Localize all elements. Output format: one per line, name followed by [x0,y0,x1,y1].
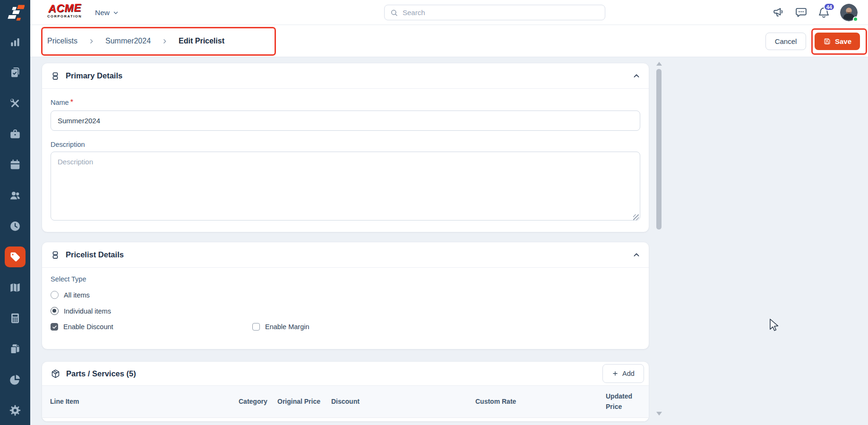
required-asterisk: * [70,98,73,106]
chevron-up-icon [633,251,640,259]
radio-all-items-label: All items [64,291,90,299]
sidebar-item-schedule[interactable] [5,154,26,175]
sidebar-item-parts-tools[interactable] [5,93,26,114]
briefcase-icon [9,128,21,140]
topbar: ACME CORPORATION New 44 [30,0,868,25]
checkbox-enable-discount[interactable]: Enable Discount [51,323,252,331]
calculator-icon [9,312,21,324]
users-icon [9,189,21,202]
collapse-pricelist-details[interactable] [633,251,640,259]
messages-button[interactable] [795,6,808,19]
column-discount: Discount [331,397,475,407]
radio-individual-items[interactable]: Individual items [51,307,640,315]
name-field[interactable] [51,110,640,131]
sidebar-item-pricelists[interactable] [5,246,26,267]
sidebar-item-territories[interactable] [5,277,26,298]
plus-icon [612,370,619,377]
notification-badge: 44 [824,3,835,11]
checkbox-enable-margin[interactable]: Enable Margin [252,323,309,331]
new-dropdown[interactable]: New [95,0,119,25]
tools-icon [9,97,21,110]
add-line-item-button[interactable]: Add [602,364,644,383]
chevron-right-icon [88,38,95,44]
parts-table-header: Line Item Category Original Price Discou… [42,386,649,418]
pie-chart-icon [9,374,21,386]
column-updated-price: Updated Price [606,391,649,412]
breadcrumb-pricelists[interactable]: Pricelists [47,37,77,45]
calendar-icon [9,159,21,171]
sidebar-item-reports[interactable] [5,369,26,390]
primary-details-header: Primary Details [42,63,649,89]
primary-details-body: Name* Description [42,98,649,222]
page-action-bar: Pricelists Summer2024 Edit Pricelist Can… [30,25,868,57]
scrollbar-up-arrow[interactable] [656,62,662,66]
sidebar [0,0,30,425]
sidebar-item-settings[interactable] [5,400,26,421]
new-dropdown-label: New [95,8,110,17]
bar-chart-icon [9,36,21,48]
parts-services-title: Parts / Services (5) [66,369,136,378]
clock-icon [9,220,21,232]
breadcrumb-edit-pricelist: Edit Pricelist [179,37,224,45]
save-button[interactable]: Save [815,33,860,50]
rows-icon [51,71,60,81]
scrollbar-thumb[interactable] [656,69,662,230]
package-box-icon [51,369,60,379]
sidebar-item-customers[interactable] [5,124,26,144]
sidebar-item-teams[interactable] [5,185,26,206]
search-input[interactable] [403,8,600,17]
scrollbar-down-arrow[interactable] [656,412,662,416]
select-type-label: Select Type [51,275,640,283]
cancel-button-label: Cancel [775,37,797,45]
tag-icon [9,251,21,263]
announcements-button[interactable] [772,6,785,19]
rows-icon [51,250,60,260]
org-logo: ACME CORPORATION [47,3,82,18]
breadcrumb-summer2024[interactable]: Summer2024 [105,37,151,45]
primary-details-card: Primary Details Name* Description [42,63,649,232]
chevron-right-icon [162,38,168,44]
column-category: Category [239,397,277,407]
radio-circle [51,291,59,299]
sidebar-nav [0,25,30,425]
search-icon [390,8,398,17]
org-logo-text: ACME [48,2,81,14]
description-label: Description [51,141,85,148]
save-floppy-icon [823,37,831,45]
app-logo [0,0,30,25]
zig-logo-icon [6,4,25,21]
sidebar-item-jobs[interactable] [5,62,26,83]
add-button-label: Add [622,370,635,377]
radio-circle-checked [51,307,59,315]
sidebar-item-estimates[interactable] [5,308,26,329]
description-field[interactable] [51,152,640,221]
radio-all-items[interactable]: All items [51,291,640,299]
sidebar-item-analytics[interactable] [5,32,26,52]
sidebar-item-invoices[interactable] [5,339,26,359]
checkbox-unchecked [252,323,260,331]
notifications-button[interactable]: 44 [817,6,830,19]
pricelist-details-body: Select Type All items Individual items E… [42,275,649,331]
parts-services-header: Parts / Services (5) Add [42,362,649,386]
sidebar-item-timesheets[interactable] [5,216,26,237]
pricelist-details-header: Pricelist Details [42,242,649,268]
enable-discount-label: Enable Discount [63,323,113,331]
chevron-up-icon [633,72,640,80]
radio-individual-items-label: Individual items [64,307,111,315]
mouse-cursor [768,318,780,332]
parts-services-card: Parts / Services (5) Add Line Item Categ… [42,361,649,422]
topbar-icons: 44 [772,0,858,25]
name-label: Name [51,99,69,106]
clipboard-check-icon [9,67,21,79]
primary-details-title: Primary Details [66,71,122,80]
enable-margin-label: Enable Margin [265,323,309,331]
check-icon [52,324,57,330]
user-avatar[interactable] [840,4,858,21]
pricelist-details-card: Pricelist Details Select Type All items … [42,242,649,349]
collapse-primary-details[interactable] [633,72,640,80]
cancel-button[interactable]: Cancel [765,33,806,50]
chevron-down-icon [113,10,119,16]
table-row [42,418,649,422]
pricelist-details-title: Pricelist Details [66,250,124,259]
column-original-price: Original Price [277,397,331,407]
